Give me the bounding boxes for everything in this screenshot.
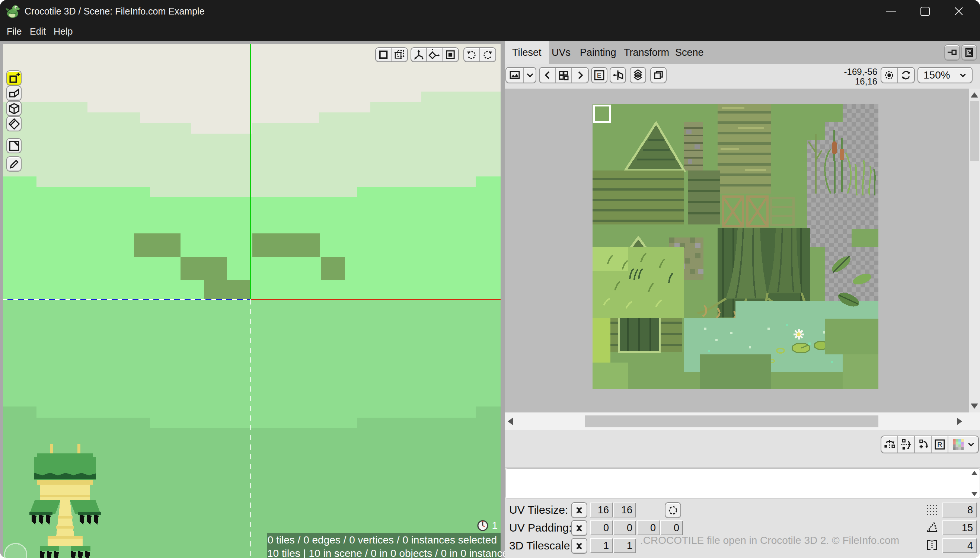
- tab-painting[interactable]: Painting: [572, 41, 624, 64]
- rotate-tile-button[interactable]: [915, 436, 932, 453]
- tile-grid-icon: [557, 69, 569, 81]
- transform-mode-group: [411, 47, 459, 62]
- cursor-coords: -169,-56: [844, 67, 877, 77]
- tool-cube-button[interactable]: [7, 101, 21, 116]
- center-view-button[interactable]: [882, 68, 898, 83]
- tile-grass: [593, 247, 684, 318]
- zoom-dropdown[interactable]: 150%: [918, 67, 973, 84]
- uv-padding-left-input[interactable]: [590, 520, 613, 535]
- list-scroll-down-icon[interactable]: [972, 492, 977, 496]
- tool-extrude-button[interactable]: [7, 85, 21, 101]
- scroll-up-icon[interactable]: [971, 92, 978, 97]
- reset-r-icon: R: [934, 438, 946, 451]
- tile-grid-button[interactable]: [556, 68, 572, 83]
- pencil-icon: [7, 158, 21, 171]
- tile-coords: 16,16: [844, 77, 877, 86]
- pin-icon: [947, 47, 958, 58]
- prev-tile-button[interactable]: [540, 68, 556, 83]
- uv-tilesize-link-button[interactable]: [571, 502, 587, 518]
- angle-snap-input[interactable]: [942, 520, 977, 535]
- move-axes-icon: [412, 48, 425, 61]
- link-values-icon: [574, 540, 585, 551]
- duplicate-tile-button[interactable]: [650, 67, 667, 84]
- scene-canvas: [3, 44, 501, 558]
- minimize-icon: [886, 11, 896, 11]
- link-values-icon: [574, 505, 585, 516]
- svg-text:E: E: [597, 71, 601, 79]
- extrude-icon: [7, 87, 21, 100]
- flip-tile-button[interactable]: [610, 67, 626, 84]
- redo-button[interactable]: [480, 48, 495, 61]
- tile-list-box[interactable]: [505, 468, 980, 499]
- list-scroll-up-icon[interactable]: [972, 471, 977, 475]
- layer-order-button[interactable]: [630, 67, 646, 84]
- status-selected: 0 tiles / 0 edges / 0 vertices / 0 insta…: [267, 533, 497, 547]
- undo-button[interactable]: [464, 48, 480, 61]
- maximize-button[interactable]: [913, 0, 936, 22]
- uv-tilesize-reset-button[interactable]: [665, 502, 681, 518]
- redo-icon: [481, 48, 494, 61]
- vscroll-thumb[interactable]: [970, 101, 979, 161]
- tileset-dropdown-button[interactable]: [524, 68, 536, 83]
- tilescale-link-button[interactable]: [571, 538, 587, 554]
- minimize-button[interactable]: [880, 0, 903, 22]
- tileset-image-button[interactable]: [506, 68, 524, 83]
- menu-edit[interactable]: Edit: [28, 22, 48, 41]
- vertex-snap-button[interactable]: [427, 48, 442, 61]
- uv-tilesize-label: UV Tilesize:: [509, 502, 568, 517]
- view-2d-button[interactable]: [376, 48, 392, 61]
- menu-file[interactable]: File: [5, 22, 24, 41]
- tileset-hscrollbar[interactable]: [505, 412, 980, 430]
- page-count-input[interactable]: [942, 538, 977, 553]
- palette-button[interactable]: [948, 436, 978, 453]
- tool-eraser-button[interactable]: [7, 138, 21, 153]
- scroll-right-icon[interactable]: [957, 418, 962, 425]
- tab-scene[interactable]: Scene: [668, 41, 711, 64]
- tileset-image[interactable]: [593, 104, 878, 389]
- tilescale-y-input[interactable]: [613, 538, 636, 553]
- grid-size-input[interactable]: [942, 502, 977, 517]
- undo-icon: [465, 48, 478, 61]
- tool-add-tile-button[interactable]: [7, 71, 21, 85]
- tileset-viewer[interactable]: [505, 89, 980, 412]
- flip-vertical-button[interactable]: [898, 436, 915, 453]
- dashed-circle-icon: [668, 505, 678, 515]
- uv-padding-link-button[interactable]: [571, 520, 587, 536]
- crocotile-logo-icon: [5, 3, 21, 19]
- flip-horizontal-button[interactable]: [882, 436, 898, 453]
- uv-tilesize-x-input[interactable]: [590, 502, 613, 517]
- uv-padding-top-input[interactable]: [637, 520, 660, 535]
- uv-padding-bottom-input[interactable]: [660, 520, 683, 535]
- tileset-toolbar: E -169,-56 16,16: [505, 64, 980, 89]
- dock-panel-button[interactable]: [944, 44, 960, 61]
- next-tile-button[interactable]: [572, 68, 588, 83]
- popout-panel-button[interactable]: [961, 44, 977, 61]
- move-mode-button[interactable]: [411, 48, 427, 61]
- edit-tileset-button[interactable]: E: [591, 67, 608, 84]
- fill-mode-button[interactable]: [442, 48, 458, 61]
- tab-tileset[interactable]: Tileset: [505, 41, 549, 64]
- tile-plank-wall: [718, 104, 771, 194]
- menu-help[interactable]: Help: [51, 22, 75, 41]
- scroll-down-icon[interactable]: [971, 404, 978, 409]
- scroll-left-icon[interactable]: [508, 418, 513, 425]
- status-totals: 10 tiles | 10 in scene / 0 in 0 objects …: [267, 547, 497, 558]
- target-icon: [883, 69, 895, 81]
- tile-brick-column: [684, 122, 703, 171]
- angle-snap-icon: [925, 520, 939, 534]
- tool-pencil-button[interactable]: [7, 156, 21, 172]
- copy-icon: [652, 69, 665, 82]
- tool-rotate-face-button[interactable]: [7, 116, 21, 131]
- refresh-tileset-button[interactable]: [898, 68, 914, 83]
- hscroll-thumb[interactable]: [585, 415, 878, 427]
- scene-viewport[interactable]: 1 0 tiles / 0 edges / 0 vertices / 0 ins…: [3, 41, 501, 558]
- link-values-icon: [574, 523, 585, 534]
- coordinates-readout: -169,-56 16,16: [844, 67, 877, 86]
- tileset-vscrollbar[interactable]: [969, 89, 980, 412]
- uv-padding-right-input[interactable]: [613, 520, 636, 535]
- view-3d-button[interactable]: [392, 48, 407, 61]
- tilescale-x-input[interactable]: [590, 538, 613, 553]
- close-button[interactable]: [947, 0, 970, 22]
- reset-tile-button[interactable]: R: [932, 436, 948, 453]
- uv-tilesize-y-input[interactable]: [613, 502, 636, 517]
